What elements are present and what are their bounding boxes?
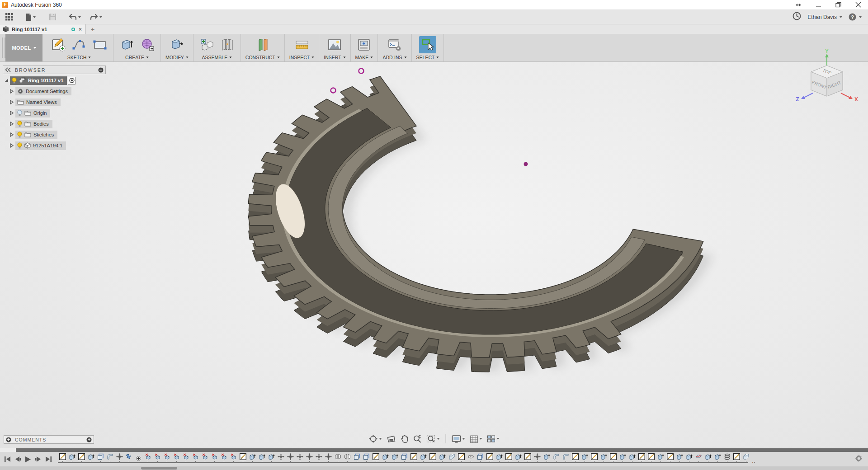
- timeline-feature-extrude[interactable]: [618, 453, 627, 463]
- pan-icon[interactable]: [399, 434, 410, 444]
- timeline-feature-sketch[interactable]: [485, 453, 495, 463]
- insert-image-tool-icon[interactable]: [326, 36, 343, 53]
- select-tool-icon[interactable]: [419, 36, 436, 53]
- spline-tool-icon[interactable]: [71, 36, 88, 53]
- timeline-feature-extrude[interactable]: [86, 453, 96, 463]
- look-at-icon[interactable]: [385, 434, 398, 443]
- timeline-feature-extrude[interactable]: [627, 453, 637, 463]
- zoom-icon[interactable]: [411, 434, 424, 444]
- timeline-feature-move[interactable]: [324, 453, 333, 463]
- timeline-feature-chamfer[interactable]: [741, 453, 751, 463]
- model-ring-gear[interactable]: [0, 62, 868, 448]
- sketch-point-marker[interactable]: [331, 88, 336, 93]
- timeline-feature-combine[interactable]: [400, 453, 409, 463]
- viewport-3d[interactable]: BROWSER Ring 101117 v1Document SettingsN…: [0, 62, 868, 448]
- comments-expand-icon[interactable]: [86, 437, 92, 442]
- zoom-window-icon[interactable]: [425, 434, 442, 444]
- expander-closed-icon[interactable]: [8, 100, 15, 104]
- plane-tool-icon[interactable]: [254, 36, 271, 53]
- browser-root-item[interactable]: Ring 101117 v1: [10, 76, 67, 85]
- timeline-feature-extrude[interactable]: [67, 453, 77, 463]
- sketch-point-marker[interactable]: [359, 69, 364, 74]
- help-menu[interactable]: ?: [849, 13, 862, 21]
- expander-closed-icon[interactable]: [8, 132, 15, 137]
- timeline-feature-export[interactable]: [124, 453, 134, 463]
- timeline-feature-sketch[interactable]: [238, 453, 248, 463]
- timeline-feature-fillet[interactable]: [561, 453, 571, 463]
- timeline-settings-gear-icon[interactable]: [855, 455, 868, 464]
- timeline-feature-sketch[interactable]: [428, 453, 438, 463]
- timeline-feature-extrude[interactable]: [267, 453, 276, 463]
- timeline-feature-mirror[interactable]: [333, 453, 343, 463]
- play-button[interactable]: [25, 456, 31, 462]
- timeline-feature-fillet[interactable]: [552, 453, 561, 463]
- browser-row[interactable]: Bodies: [3, 119, 106, 128]
- timeline-feature-move[interactable]: [276, 453, 286, 463]
- timeline-feature-delete-body[interactable]: [153, 453, 162, 463]
- timeline-feature-sketch[interactable]: [77, 453, 86, 463]
- timeline-feature-mirror[interactable]: [343, 453, 352, 463]
- timeline-feature-delete-body[interactable]: [181, 453, 191, 463]
- expander-closed-icon[interactable]: [8, 111, 15, 115]
- timeline-feature-sketch[interactable]: [457, 453, 466, 463]
- browser-header[interactable]: BROWSER: [3, 66, 106, 74]
- timeline-feature-chamfer[interactable]: [447, 453, 457, 463]
- timeline-feature-sketch[interactable]: [637, 453, 646, 463]
- timeline-feature-combine[interactable]: [476, 453, 485, 463]
- go-to-start-button[interactable]: [5, 456, 10, 462]
- undo-icon[interactable]: [67, 13, 83, 21]
- viewports-icon[interactable]: [486, 434, 501, 443]
- browser-row[interactable]: Document Settings: [3, 87, 106, 96]
- browser-row[interactable]: Sketches: [3, 130, 106, 139]
- timeline-feature-sketch[interactable]: [665, 453, 675, 463]
- timeline-feature-extrude[interactable]: [381, 453, 390, 463]
- browser-row[interactable]: 91251A194:1: [3, 141, 106, 150]
- form-tool-icon[interactable]: [139, 36, 156, 53]
- timeline-feature-delete-body[interactable]: [162, 453, 172, 463]
- ribbon-menu-make[interactable]: MAKE: [355, 54, 373, 61]
- timeline-feature-combine[interactable]: [362, 453, 371, 463]
- tab-close-icon[interactable]: ×: [79, 26, 82, 33]
- browser-item[interactable]: Named Views: [15, 99, 61, 106]
- timeline-feature-extrude[interactable]: [495, 453, 504, 463]
- timeline-feature-sketch[interactable]: [590, 453, 599, 463]
- minimize-button[interactable]: [808, 0, 828, 10]
- ribbon-menu-select[interactable]: SELECT: [416, 54, 439, 61]
- timeline-scrub-bar[interactable]: [16, 448, 868, 452]
- ribbon-menu-construct[interactable]: CONSTRUCT: [245, 54, 280, 61]
- display-settings-icon[interactable]: [450, 434, 467, 444]
- browser-item[interactable]: Origin: [15, 109, 50, 118]
- joint-tool-icon[interactable]: [219, 36, 236, 53]
- ribbon-menu-inspect[interactable]: INSPECT: [289, 54, 315, 61]
- orbit-icon[interactable]: [367, 434, 384, 444]
- step-back-button[interactable]: [15, 456, 21, 462]
- timeline-feature-move[interactable]: [305, 453, 314, 463]
- timeline-feature-combine[interactable]: [96, 453, 105, 463]
- browser-row[interactable]: Named Views: [3, 98, 106, 107]
- timeline-scrollbar[interactable]: [0, 466, 868, 470]
- new-component-tool-icon[interactable]: [198, 36, 215, 53]
- panel-minus-icon[interactable]: [98, 67, 104, 73]
- timeline-feature-extrude[interactable]: [713, 453, 722, 463]
- browser-item[interactable]: Sketches: [15, 131, 57, 139]
- timeline-feature-delete-body[interactable]: [172, 453, 181, 463]
- browser-row-root[interactable]: Ring 101117 v1: [3, 76, 106, 85]
- timeline-feature-extrude[interactable]: [675, 453, 684, 463]
- job-status-clock-icon[interactable]: [793, 12, 801, 22]
- close-button[interactable]: [848, 0, 868, 10]
- active-component-radio-icon[interactable]: [68, 77, 75, 85]
- workspace-selector[interactable]: MODEL: [5, 34, 42, 61]
- timeline-feature-extrude[interactable]: [656, 453, 665, 463]
- timeline-feature-move[interactable]: [115, 453, 124, 463]
- sketch-point-dot[interactable]: [524, 162, 528, 166]
- ribbon-menu-add-ins[interactable]: ADD-INS: [382, 54, 406, 61]
- app-grid-icon[interactable]: [4, 12, 15, 22]
- step-forward-button[interactable]: [35, 456, 41, 462]
- timeline-feature-move[interactable]: [286, 453, 295, 463]
- timeline-feature-sketch[interactable]: [58, 453, 67, 463]
- user-menu[interactable]: Ethan Davis: [807, 14, 842, 20]
- browser-item[interactable]: 91251A194:1: [15, 141, 66, 150]
- view-cube[interactable]: Y Z X TOP FRONT RIGHT: [793, 48, 861, 107]
- timeline-scrollbar-thumb[interactable]: [141, 467, 177, 470]
- measure-tool-icon[interactable]: [293, 36, 311, 53]
